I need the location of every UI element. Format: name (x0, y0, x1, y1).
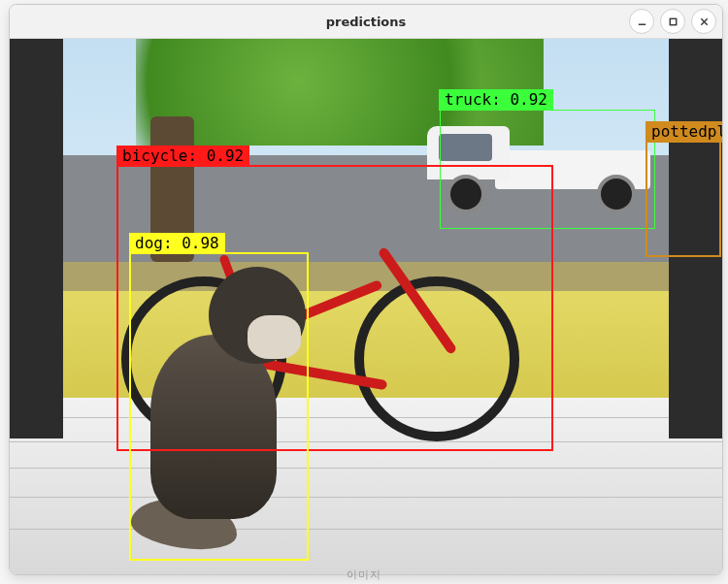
image-viewer-window: predictions (9, 4, 723, 575)
minimize-button[interactable] (629, 9, 654, 34)
maximize-button[interactable] (660, 9, 685, 34)
close-icon (699, 16, 710, 27)
bbox-label-bicycle: bicycle: 0.92 (116, 146, 249, 167)
scene-pillar-left (10, 39, 63, 438)
svg-rect-1 (670, 18, 676, 24)
bbox-label-dog: dog: 0.98 (129, 233, 225, 254)
window-title: predictions (10, 15, 722, 29)
image-content: truck: 0.92pottedplabicycle: 0.92dog: 0.… (10, 39, 722, 574)
window-controls (629, 9, 716, 34)
minimize-icon (637, 16, 647, 27)
bbox-label-pottedplant: pottedpla (645, 121, 723, 143)
bbox-dog: dog: 0.98 (129, 252, 309, 561)
maximize-icon (668, 16, 678, 27)
titlebar[interactable]: predictions (10, 5, 722, 39)
close-button[interactable] (691, 9, 716, 34)
page-footer-text: 이미지 (0, 568, 728, 582)
bbox-pottedplant: pottedpla (645, 141, 721, 257)
bbox-label-truck: truck: 0.92 (439, 89, 553, 111)
